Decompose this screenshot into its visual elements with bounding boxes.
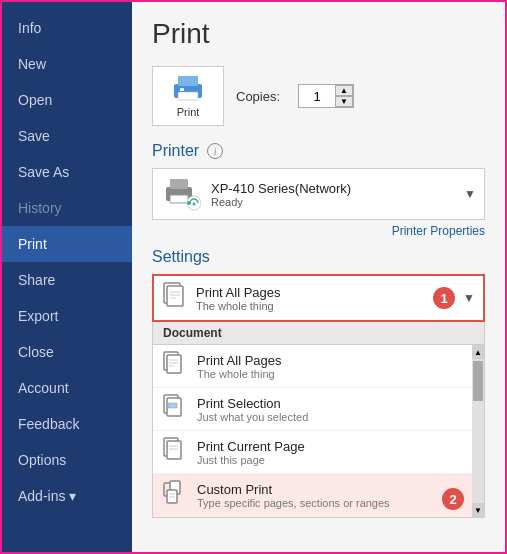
dropdown-list: Document Print All Page	[152, 322, 485, 518]
list-item-1-icon	[163, 394, 187, 424]
printer-name: XP-410 Series(Network)	[211, 181, 351, 196]
list-item-1-text: Print Selection Just what you selected	[197, 396, 308, 423]
sidebar-item-options[interactable]: Options	[2, 442, 132, 478]
printer-properties-link[interactable]: Printer Properties	[152, 224, 485, 238]
copies-decrement[interactable]: ▼	[335, 96, 353, 107]
list-item-0-text: Print All Pages The whole thing	[197, 353, 282, 380]
svg-rect-11	[167, 286, 183, 306]
list-item-0-sub: The whole thing	[197, 368, 282, 380]
scrollbar-thumb[interactable]	[473, 361, 483, 401]
printer-section-title: Printer i	[152, 142, 485, 160]
scrollbar-track[interactable]: ▲ ▼	[472, 345, 484, 517]
svg-rect-24	[167, 441, 181, 459]
sidebar-item-close[interactable]: Close	[2, 334, 132, 370]
badge-2: 2	[442, 488, 464, 510]
list-item-3-icon	[163, 480, 187, 510]
list-item-1[interactable]: Print Selection Just what you selected	[153, 388, 472, 431]
svg-rect-3	[180, 88, 184, 91]
sidebar-item-account[interactable]: Account	[2, 370, 132, 406]
sidebar-item-history[interactable]: History	[2, 190, 132, 226]
pages-dropdown-arrow: ▼	[463, 291, 475, 305]
dropdown-list-header: Document	[153, 322, 484, 345]
sidebar-item-share[interactable]: Share	[2, 262, 132, 298]
sidebar-item-save-as[interactable]: Save As	[2, 154, 132, 190]
sidebar-item-save[interactable]: Save	[2, 118, 132, 154]
pages-dropdown-text: Print All Pages The whole thing	[196, 285, 281, 312]
printer-label: Printer	[152, 142, 199, 160]
printer-info-icon[interactable]: i	[207, 143, 223, 159]
printer-network-icon	[163, 177, 201, 211]
sidebar-item-info[interactable]: Info	[2, 10, 132, 46]
printer-status: Ready	[211, 196, 351, 208]
sidebar-item-export[interactable]: Export	[2, 298, 132, 334]
dropdown-scroll-container: Print All Pages The whole thing P	[153, 345, 484, 517]
selected-main-text: Print All Pages	[196, 285, 281, 300]
selected-sub-text: The whole thing	[196, 300, 281, 312]
badge-1: 1	[433, 287, 455, 309]
copies-spinners: ▲ ▼	[335, 85, 353, 107]
sidebar-item-feedback[interactable]: Feedback	[2, 406, 132, 442]
list-item-3-sub: Type specific pages, sections or ranges	[197, 497, 462, 509]
list-item-2-icon	[163, 437, 187, 467]
scrollbar-up[interactable]: ▲	[472, 345, 484, 359]
sidebar: Info New Open Save Save As History Print…	[2, 2, 132, 554]
pages-icon	[162, 282, 188, 314]
list-item-3-text: Custom Print Type specific pages, sectio…	[197, 482, 462, 509]
sidebar-item-addins[interactable]: Add-ins ▾	[2, 478, 132, 514]
print-button[interactable]: Print	[152, 66, 224, 126]
printer-dropdown[interactable]: XP-410 Series(Network) Ready ▼	[152, 168, 485, 220]
printer-dropdown-arrow: ▼	[464, 187, 476, 201]
list-item-0[interactable]: Print All Pages The whole thing	[153, 345, 472, 388]
svg-rect-6	[170, 195, 188, 203]
svg-point-9	[187, 201, 191, 205]
list-item-1-main: Print Selection	[197, 396, 308, 411]
copies-increment[interactable]: ▲	[335, 85, 353, 96]
copies-label: Copies:	[236, 89, 280, 104]
svg-rect-5	[170, 179, 188, 189]
list-item-3-main: Custom Print	[197, 482, 462, 497]
svg-point-8	[193, 203, 196, 206]
print-button-label: Print	[177, 106, 200, 118]
list-item-0-main: Print All Pages	[197, 353, 282, 368]
svg-rect-1	[178, 76, 198, 86]
list-item-2-text: Print Current Page Just this page	[197, 439, 305, 466]
scrollbar-down[interactable]: ▼	[472, 503, 484, 517]
list-item-1-sub: Just what you selected	[197, 411, 308, 423]
copies-input[interactable]	[299, 87, 335, 106]
sidebar-item-new[interactable]: New	[2, 46, 132, 82]
list-item-2[interactable]: Print Current Page Just this page	[153, 431, 472, 474]
sidebar-item-open[interactable]: Open	[2, 82, 132, 118]
svg-rect-2	[178, 92, 198, 100]
copies-row: Print Copies: ▲ ▼	[152, 66, 485, 126]
list-item-0-icon	[163, 351, 187, 381]
printer-info: XP-410 Series(Network) Ready	[211, 181, 351, 208]
badge-2-container: 2	[442, 488, 464, 510]
list-item-2-sub: Just this page	[197, 454, 305, 466]
dropdown-list-inner: Print All Pages The whole thing P	[153, 345, 472, 517]
list-item-2-main: Print Current Page	[197, 439, 305, 454]
pages-dropdown-selected[interactable]: Print All Pages The whole thing 1 ▼	[152, 274, 485, 322]
list-item-3[interactable]: Custom Print Type specific pages, sectio…	[153, 474, 472, 517]
sidebar-item-print[interactable]: Print	[2, 226, 132, 262]
svg-rect-16	[167, 355, 181, 373]
printer-icon	[170, 74, 206, 102]
copies-control: ▲ ▼	[298, 84, 354, 108]
settings-section-title: Settings	[152, 248, 485, 266]
main-content: Print Print Copies: ▲ ▼ Printer i	[132, 2, 505, 552]
printer-icon-area	[163, 177, 201, 211]
page-title: Print	[152, 18, 485, 50]
svg-rect-22	[168, 403, 177, 408]
